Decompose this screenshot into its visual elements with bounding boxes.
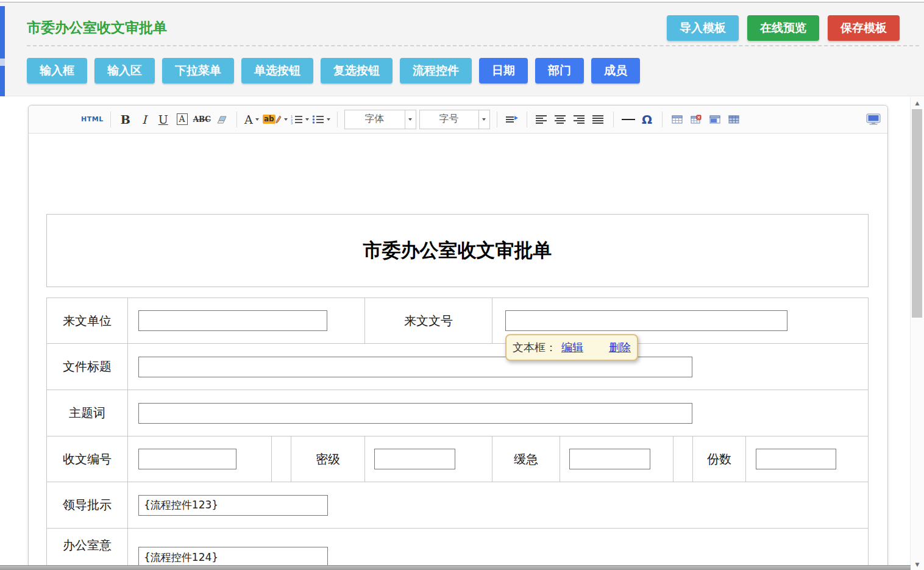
align-right-button[interactable] (572, 110, 588, 129)
italic-button[interactable]: I (137, 110, 152, 129)
font-color-button[interactable]: A (244, 110, 260, 129)
template-buttons: 导入模板 在线预览 保存模板 (667, 15, 900, 41)
rich-text-editor: HTML B I U A ABC A ab (28, 105, 888, 570)
table-icon (672, 115, 683, 124)
urgency-input[interactable] (569, 449, 650, 469)
control-palette: 输入框 输入区 下拉菜单 单选按钮 复选按钮 流程控件 日期 部门 成员 (27, 58, 640, 84)
secrecy-level-input[interactable] (374, 449, 455, 469)
chevron-down-icon (255, 118, 259, 121)
html-source-button[interactable]: HTML (81, 110, 104, 129)
label-secrecy-level: 密级 (291, 436, 365, 482)
bold-button[interactable]: B (118, 110, 133, 129)
form-designer-screen: 市委办公室收文审批单 导入模板 在线预览 保存模板 输入框 输入区 下拉菜单 单… (0, 0, 924, 570)
cell-subject-words (128, 390, 868, 436)
window-bottom-edge (0, 565, 911, 570)
highlight-icon: ab (263, 115, 275, 124)
add-department-button[interactable]: 部门 (535, 58, 584, 84)
highlight-color-button[interactable]: ab (263, 110, 288, 129)
label-file-title: 文件标题 (47, 344, 128, 390)
scrollbar-thumb[interactable] (912, 109, 922, 318)
header: 市委办公室收文审批单 导入模板 在线预览 保存模板 输入框 输入区 下拉菜单 单… (0, 2, 924, 96)
label-leader-instructions: 领导批示 (47, 482, 128, 529)
subject-words-input[interactable] (138, 403, 692, 424)
document-number-input[interactable] (505, 310, 787, 331)
receipt-number-input[interactable] (138, 449, 236, 469)
horizontal-rule-button[interactable] (620, 110, 636, 129)
label-office-opinion: 办公室意 (47, 529, 128, 570)
toolbar-separator (662, 112, 663, 127)
copies-input[interactable] (756, 449, 836, 469)
merge-cells-button[interactable] (707, 110, 723, 129)
remove-format-button[interactable] (214, 110, 230, 129)
cell-office-opinion (128, 529, 868, 570)
add-date-button[interactable]: 日期 (479, 58, 528, 84)
special-char-button[interactable]: Ω (639, 110, 655, 129)
editor-content[interactable]: 市委办公室收文审批单 来文单位 来文文号 文件标题 主题词 (29, 134, 887, 570)
save-template-button[interactable]: 保存模板 (828, 15, 900, 41)
page-title: 市委办公室收文审批单 (27, 18, 167, 37)
window-left-edge (0, 6, 5, 96)
leader-instructions-input[interactable] (138, 495, 328, 516)
office-opinion-input[interactable] (138, 547, 328, 568)
scroll-up-arrow[interactable]: ▲ (911, 100, 924, 106)
dashed-divider (27, 45, 919, 46)
online-preview-button[interactable]: 在线预览 (747, 15, 819, 41)
label-receipt-number: 收文编号 (47, 436, 128, 482)
svg-text:3: 3 (291, 121, 293, 124)
add-member-button[interactable]: 成员 (591, 58, 640, 84)
quick-style-button[interactable]: A (174, 110, 190, 129)
cell-secrecy-level (365, 436, 492, 482)
merge-cells-icon (709, 115, 720, 124)
toolbar-separator (613, 112, 614, 127)
align-left-icon (536, 115, 548, 124)
scroll-down-arrow[interactable]: ▼ (911, 561, 924, 568)
strikethrough-button[interactable]: ABC (193, 110, 211, 129)
align-left-button[interactable] (534, 110, 550, 129)
monitor-icon (866, 113, 881, 125)
delete-table-button[interactable] (688, 110, 704, 129)
cell-receipt-number (128, 436, 272, 482)
align-justify-button[interactable] (591, 110, 606, 129)
vertical-scrollbar[interactable]: ▲ ▼ (910, 97, 924, 570)
label-document-number: 来文文号 (365, 298, 492, 344)
edit-control-link[interactable]: 编辑 (561, 340, 583, 355)
control-tooltip: 文本框： 编辑 删除 (505, 334, 638, 361)
insert-table-button[interactable] (669, 110, 685, 129)
add-dropdown-button[interactable]: 下拉菜单 (162, 58, 234, 84)
add-input-area-button[interactable]: 输入区 (94, 58, 155, 84)
ordered-list-button[interactable]: 1 2 3 (291, 110, 309, 129)
add-checkbox-button[interactable]: 复选按钮 (321, 58, 393, 84)
toolbar-separator (527, 112, 527, 127)
import-template-button[interactable]: 导入模板 (667, 15, 739, 41)
cell-incoming-unit (128, 298, 365, 344)
chevron-down-icon (327, 118, 330, 121)
toolbar-separator (337, 112, 338, 127)
label-subject-words: 主题词 (47, 390, 128, 436)
align-center-button[interactable] (553, 110, 569, 129)
toolbar-separator (236, 112, 237, 127)
toolbar-separator (110, 112, 111, 127)
table-cells-button[interactable] (726, 110, 742, 129)
unordered-list-button[interactable] (312, 110, 330, 129)
add-radio-button[interactable]: 单选按钮 (241, 58, 313, 84)
cell-urgency (560, 436, 673, 482)
tooltip-label: 文本框： (513, 340, 556, 355)
delete-control-link[interactable]: 删除 (609, 340, 631, 355)
label-copies: 份数 (693, 436, 746, 482)
incoming-unit-input[interactable] (138, 310, 327, 331)
underline-button[interactable]: U (155, 110, 171, 129)
indent-button[interactable] (504, 110, 520, 129)
align-justify-icon (592, 115, 605, 124)
chevron-down-icon (482, 118, 486, 121)
add-input-box-button[interactable]: 输入框 (27, 58, 87, 84)
fullscreen-button[interactable] (865, 110, 881, 129)
cell-copies (746, 436, 868, 482)
add-flow-control-button[interactable]: 流程控件 (400, 58, 472, 84)
spacer-cell (272, 436, 291, 482)
pencil-icon (275, 115, 282, 124)
font-family-select[interactable]: 字体 (344, 110, 416, 129)
spacer-cell (673, 436, 693, 482)
font-size-select[interactable]: 字号 (419, 110, 490, 129)
align-right-icon (574, 115, 586, 124)
document-title-box: 市委办公室收文审批单 (46, 214, 869, 287)
